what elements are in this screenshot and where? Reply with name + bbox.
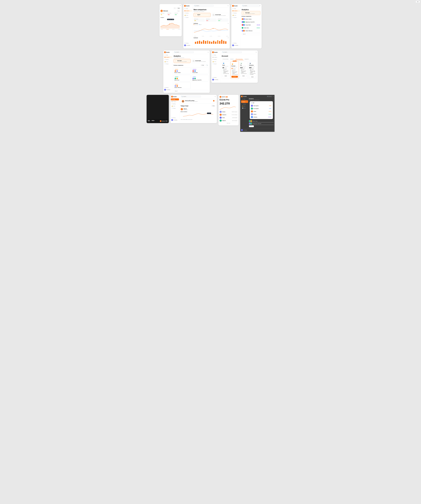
nav-today-c7[interactable]: ◎Today xyxy=(171,98,179,100)
result-solvent[interactable]: SV Solvent SCIENCE xyxy=(250,113,272,116)
feed-item-more[interactable]: ⋯ xyxy=(215,109,216,110)
dark-comp-dollar[interactable]: $ € Dollar / Euro xyxy=(249,120,274,122)
user-chevron-c3[interactable]: › xyxy=(239,45,240,46)
notification-card[interactable]: 👤 Check profile settings There are two q… xyxy=(181,99,216,103)
plan-enterprise-select[interactable]: Select xyxy=(249,76,256,78)
nav-ranking-c7[interactable]: ≡Ranking xyxy=(171,103,179,105)
dark-comp-midjourney[interactable]: M G Midjourney / Chat GPT xyxy=(249,122,274,125)
tab-members[interactable]: Members xyxy=(229,58,235,60)
comp-trump-biden[interactable]: T B Trump / Biden POL-PRI xyxy=(242,24,260,26)
topic2-card[interactable]: + Second topic Add second topic to be co… xyxy=(211,13,229,17)
result-solana[interactable]: S Solana CRYPTO xyxy=(250,110,272,113)
chart2-chevron[interactable]: ∨ xyxy=(228,37,229,38)
search-btn-c4[interactable]: 🔍 xyxy=(206,64,209,66)
user-chevron-c5[interactable]: › xyxy=(219,79,220,80)
settings-c4[interactable]: ⚙Settings xyxy=(164,87,172,88)
nav-alerts-c4[interactable]: 🔔Alerts xyxy=(164,61,172,63)
chart-chevron[interactable]: ∨ xyxy=(228,23,229,24)
result-solidarity[interactable]: SO Solidarity POLITICS xyxy=(250,116,272,119)
comp-item-2[interactable]: POLITICS T B Trump / Biden xyxy=(192,67,209,74)
topic1-more[interactable]: ⋮ xyxy=(209,14,210,16)
search-overlay-input[interactable]: 🔍 xyxy=(250,102,272,104)
trending-skycoin[interactable]: S #Skycoin 38,724 members xyxy=(220,119,237,122)
search-input-c7[interactable] xyxy=(183,96,200,97)
nav-ranking-c5[interactable]: ≡Ranking xyxy=(212,58,220,60)
dark-search-bar[interactable]: 🔍 Exorde xyxy=(267,96,272,97)
search-c4[interactable]: 🔍 xyxy=(174,51,194,53)
nav-ranking-c4[interactable]: ≡Ranking xyxy=(164,58,172,60)
comp-item-3[interactable]: FINANCE $ € Dollar / Euro xyxy=(174,75,191,81)
topbar-sync-icon[interactable]: ↻ xyxy=(228,5,229,6)
sync-icon[interactable]: ↻ xyxy=(180,5,181,6)
topic1-placeholder[interactable]: + First topic Add first topic to be comp… xyxy=(242,11,260,15)
settings-row[interactable]: ⚙ Settings xyxy=(184,42,192,44)
sidebar-item-today[interactable]: ◎ Today xyxy=(184,8,192,10)
nav-analytics-c4[interactable]: ▦Analytics xyxy=(164,56,172,58)
nav-analytics-c5[interactable]: ▦Analytics xyxy=(212,56,220,58)
expand-button[interactable]: ⤡ xyxy=(174,7,176,9)
trending-solana[interactable]: S #Solana 289,333 mentions xyxy=(220,110,237,113)
see-all-c4[interactable]: See all xyxy=(174,90,209,92)
comp-solana-eth[interactable]: S E Solana / Ethereum xyxy=(242,29,260,32)
topic1-c4[interactable]: + First topic Add first topic to be comp… xyxy=(174,59,191,63)
settings-c3[interactable]: ⚙Settings xyxy=(232,42,240,44)
dark-nav-report[interactable]: 📄Report xyxy=(241,107,248,109)
tab-plans[interactable]: Plans and pricing xyxy=(235,58,244,60)
sidebar-ranking-c3[interactable]: ≡ Ranking xyxy=(232,12,240,14)
comp-item-4[interactable]: AI TECH M G Midjourney / Chat GPT4 xyxy=(192,75,209,81)
sidebar-alerts-c3[interactable]: 🔔 Alerts xyxy=(232,14,240,16)
user-chevron-c7[interactable]: › xyxy=(178,120,179,120)
dark-sync[interactable]: ↻ xyxy=(273,96,274,97)
topic2-c4[interactable]: + Second topic Add second topic to be co… xyxy=(192,59,209,63)
overlay-input[interactable] xyxy=(253,102,272,103)
filter-btn-c4[interactable]: ≡ Filter xyxy=(200,64,205,66)
plan-pro-select[interactable]: Select xyxy=(240,75,247,77)
comp-midjourney[interactable]: M G Midjourney / Chat GPT4 xyxy=(242,21,260,24)
sidebar-report-c3[interactable]: 📄 Report xyxy=(232,17,240,18)
dark-user-chevron[interactable]: › xyxy=(273,130,274,131)
result-solar[interactable]: SS Solar System ASTRO xyxy=(250,104,272,107)
search-input-c3[interactable] xyxy=(244,5,259,6)
dark-nav-alerts[interactable]: 🔔Alerts xyxy=(241,105,248,107)
search-c5[interactable]: 🔍 xyxy=(222,51,242,53)
settings-c5[interactable]: ⚙Settings xyxy=(212,77,220,78)
sync-c7[interactable]: ↻ xyxy=(215,96,216,97)
nav-report-c5[interactable]: 📄Report xyxy=(212,63,220,65)
search-input-c5[interactable] xyxy=(224,52,241,53)
nav-today-c5[interactable]: ◎Today xyxy=(212,54,220,56)
comp-bitcoin-solana[interactable]: B S Bitcoin / Solana xyxy=(242,18,260,21)
more-icon[interactable]: ⋮ xyxy=(180,10,181,12)
sidebar-item-report[interactable]: 📄 Report xyxy=(184,17,192,18)
nav-report-c4[interactable]: 📄Report xyxy=(164,63,172,65)
search-input[interactable] xyxy=(196,5,213,6)
topbar-sync-c3[interactable]: ↻ xyxy=(259,5,260,6)
trending-chain[interactable]: C #chain 64,205 travellers xyxy=(220,116,237,119)
settings-c7[interactable]: ⚙Settings xyxy=(171,117,179,119)
result-campbell[interactable]: SC Sol Campbell SPORT xyxy=(250,107,272,110)
sidebar-item-alerts[interactable]: 🔔 Alerts xyxy=(184,14,192,16)
nav-alerts-c5[interactable]: 🔔Alerts xyxy=(212,61,220,63)
dark-nav-analytics[interactable]: Analytics xyxy=(241,100,248,103)
sidebar-today-c3[interactable]: ◎ Today xyxy=(232,8,240,10)
save-button[interactable]: Save xyxy=(177,7,181,9)
comp-item-1[interactable]: CRYPTO B S Bitcoin / Solana xyxy=(174,67,191,74)
sync-c5[interactable]: ↻ xyxy=(256,52,257,53)
dark-nav-today[interactable]: ◎Today xyxy=(241,98,248,100)
search-box[interactable]: 🔍 xyxy=(194,5,214,7)
dark-see-all[interactable]: See all xyxy=(249,125,254,127)
see-all-btn[interactable]: See all xyxy=(242,33,260,35)
filter-feed-btn[interactable]: ≡ Filter xyxy=(211,105,216,107)
comp-item-5[interactable]: CRYPTO S E Solana / Ethereum xyxy=(174,82,191,89)
plan-basic-select[interactable]: Select xyxy=(223,75,229,77)
sidebar-item-ranking[interactable]: ≡ Ranking xyxy=(184,12,192,14)
sync-c4[interactable]: ↻ xyxy=(208,52,209,53)
feed-item-bitcoin[interactable]: ₿ Bitcoin 900 followers ⋯ xyxy=(181,108,216,111)
topic1-card[interactable]: + Solana Crypto ⋮ xyxy=(194,13,210,17)
tab-personal[interactable]: Personal details xyxy=(222,58,229,60)
trending-doakcoin[interactable]: D #Doakcoin 167,242 members xyxy=(220,113,237,116)
sidebar-item-analytics[interactable]: ▦ Analytics xyxy=(184,10,192,12)
see-more-btn[interactable]: See more xyxy=(220,122,237,124)
sidebar-analytics-c3[interactable]: ▦ Analytics xyxy=(232,10,240,12)
nav-report-c7[interactable]: 📄Report xyxy=(171,107,179,109)
dark-nav-ranking[interactable]: ≡Ranking xyxy=(241,103,248,105)
